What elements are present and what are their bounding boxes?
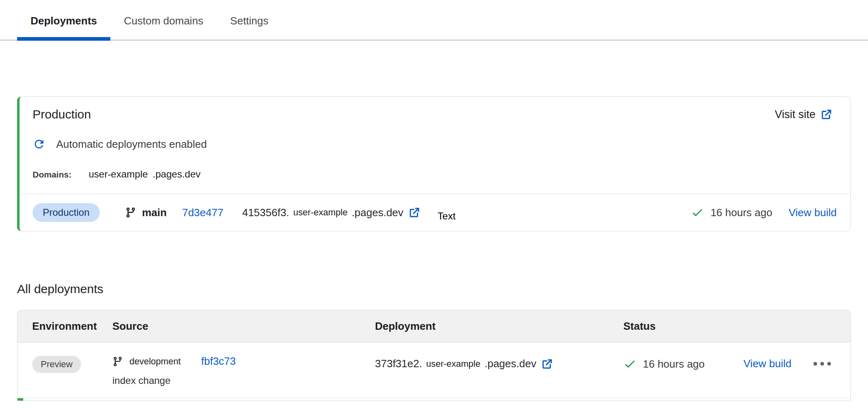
commit-hash-link[interactable]: 7d3e477 bbox=[182, 206, 223, 219]
git-branch-icon bbox=[125, 207, 136, 218]
domain-name: user-example bbox=[89, 169, 148, 180]
overflow-menu-icon[interactable] bbox=[812, 358, 833, 370]
check-icon bbox=[623, 357, 636, 370]
deployment-url-domain: user-example bbox=[426, 359, 480, 369]
environment-badge-production: Production bbox=[33, 203, 100, 222]
tab-bar: Deployments Custom domains Settings bbox=[0, 0, 868, 41]
external-link-icon bbox=[820, 108, 833, 121]
tab-settings[interactable]: Settings bbox=[217, 15, 282, 39]
status-time: 16 hours ago bbox=[643, 358, 705, 370]
view-build-link[interactable]: View build bbox=[743, 357, 791, 370]
table-header-row: Environment Source Deployment Status bbox=[18, 310, 850, 343]
refresh-icon bbox=[33, 138, 46, 151]
commit-hash-link[interactable]: fbf3c73 bbox=[201, 355, 236, 368]
deployments-table: Environment Source Deployment Status Pre… bbox=[17, 310, 851, 401]
auto-deployments-text: Automatic deployments enabled bbox=[56, 138, 207, 151]
external-link-icon[interactable] bbox=[541, 358, 553, 370]
production-deployment-row: Production main 7d3e477 415356f3. user-e… bbox=[20, 194, 850, 231]
domain-suffix: .pages.dev bbox=[153, 169, 200, 180]
table-row: Preview development fbf3c73 index change… bbox=[18, 343, 850, 398]
column-header-status: Status bbox=[623, 320, 743, 333]
deployment-url-suffix: .pages.dev bbox=[352, 206, 403, 219]
visit-site-link[interactable]: Visit site bbox=[775, 108, 833, 121]
commit-message: index change bbox=[112, 375, 375, 386]
status-time: 16 hours ago bbox=[710, 206, 772, 219]
production-card-title: Production bbox=[33, 107, 91, 121]
column-header-source: Source bbox=[112, 320, 375, 333]
deployment-url-suffix: .pages.dev bbox=[484, 357, 536, 370]
tab-custom-domains[interactable]: Custom domains bbox=[110, 15, 217, 39]
deployment-url-domain: user-example bbox=[293, 207, 347, 218]
column-header-deployment: Deployment bbox=[375, 320, 623, 333]
external-link-icon[interactable] bbox=[408, 206, 421, 219]
column-header-environment: Environment bbox=[32, 320, 112, 333]
deployment-url-prefix: 373f31e2. bbox=[375, 357, 422, 370]
tab-deployments[interactable]: Deployments bbox=[17, 15, 110, 39]
view-build-link[interactable]: View build bbox=[789, 206, 837, 219]
deployment-url-prefix: 415356f3. bbox=[242, 206, 289, 219]
environment-badge-preview: Preview bbox=[32, 356, 81, 373]
branch-name: development bbox=[129, 356, 181, 367]
all-deployments-heading: All deployments bbox=[17, 282, 851, 296]
production-card: Production Visit site Automatic deploym bbox=[17, 96, 851, 231]
branch-name: main bbox=[142, 206, 167, 219]
next-row-partial bbox=[18, 398, 850, 401]
git-branch-icon bbox=[112, 356, 123, 367]
row-note-text: Text bbox=[438, 210, 456, 222]
visit-site-label: Visit site bbox=[775, 108, 815, 121]
domains-label: Domains: bbox=[33, 170, 72, 180]
check-icon bbox=[691, 206, 704, 219]
